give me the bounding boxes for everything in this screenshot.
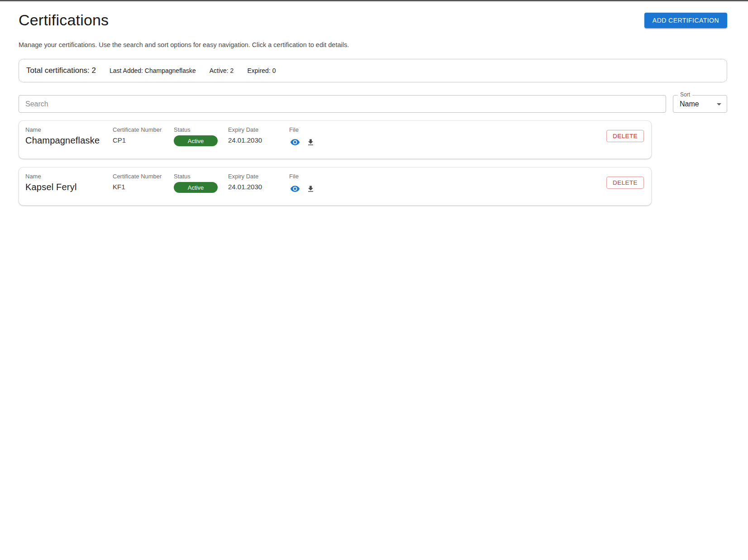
- expiry-date-column: Expiry Date 24.01.2030: [228, 173, 289, 191]
- download-icon: [306, 138, 315, 147]
- expiry-date-value: 24.01.2030: [228, 182, 289, 191]
- expiry-date-column: Expiry Date 24.01.2030: [228, 126, 289, 144]
- certificate-number-label: Certificate Number: [113, 173, 174, 180]
- stat-total-certifications: Total certifications: 2: [26, 66, 96, 75]
- file-actions: [289, 182, 343, 195]
- add-certification-button[interactable]: ADD CERTIFICATION: [644, 13, 727, 28]
- name-label: Name: [25, 126, 113, 133]
- expiry-date-label: Expiry Date: [228, 126, 289, 133]
- download-file-button[interactable]: [305, 184, 316, 194]
- delete-button[interactable]: DELETE: [606, 130, 644, 142]
- certificate-number-column: Certificate Number KF1: [113, 173, 174, 191]
- download-file-button[interactable]: [305, 137, 316, 148]
- certification-card[interactable]: Name Champagneflaske Certificate Number …: [19, 120, 652, 159]
- stats-bar: Total certifications: 2 Last Added: Cham…: [19, 59, 727, 82]
- certification-name: Champagneflaske: [25, 135, 113, 146]
- page-title: Certifications: [19, 11, 109, 29]
- certification-list: Name Champagneflaske Certificate Number …: [19, 120, 652, 206]
- view-file-button[interactable]: [289, 183, 301, 195]
- certification-card[interactable]: Name Kapsel Feryl Certificate Number KF1…: [19, 167, 652, 206]
- sort-select[interactable]: Sort Name: [673, 95, 727, 113]
- certification-name: Kapsel Feryl: [25, 182, 113, 192]
- page-subtitle: Manage your certifications. Use the sear…: [19, 41, 727, 48]
- expiry-date-value: 24.01.2030: [228, 135, 289, 144]
- page-header: Certifications ADD CERTIFICATION: [19, 11, 727, 29]
- download-icon: [306, 185, 315, 193]
- status-column: Status Active: [174, 126, 228, 146]
- status-label: Status: [174, 126, 228, 133]
- name-column: Name Champagneflaske: [25, 126, 113, 146]
- sort-select-label: Sort: [678, 91, 692, 99]
- file-column: File: [289, 126, 343, 148]
- status-badge: Active: [174, 135, 218, 146]
- name-label: Name: [25, 173, 113, 180]
- chevron-down-icon: [717, 103, 721, 105]
- certificate-number-label: Certificate Number: [113, 126, 174, 133]
- status-column: Status Active: [174, 173, 228, 193]
- expiry-date-label: Expiry Date: [228, 173, 289, 180]
- file-actions: [289, 135, 343, 148]
- file-label: File: [289, 173, 343, 180]
- certificate-number-column: Certificate Number CP1: [113, 126, 174, 144]
- view-file-button[interactable]: [289, 136, 301, 148]
- name-column: Name Kapsel Feryl: [25, 173, 113, 192]
- file-label: File: [289, 126, 343, 133]
- certificate-number-value: KF1: [113, 182, 174, 191]
- delete-button[interactable]: DELETE: [606, 177, 644, 189]
- stat-last-added: Last Added: Champagneflaske: [110, 67, 196, 74]
- eye-icon: [290, 137, 300, 147]
- stat-active: Active: 2: [210, 67, 234, 74]
- search-input[interactable]: [19, 95, 666, 113]
- file-column: File: [289, 173, 343, 195]
- sort-selected-value: Name: [680, 100, 699, 108]
- certificate-number-value: CP1: [113, 135, 174, 144]
- eye-icon: [290, 184, 300, 194]
- status-label: Status: [174, 173, 228, 180]
- certifications-page: Certifications ADD CERTIFICATION Manage …: [0, 2, 748, 206]
- status-badge: Active: [174, 182, 218, 193]
- stat-expired: Expired: 0: [247, 67, 276, 74]
- controls-row: Sort Name: [19, 95, 727, 113]
